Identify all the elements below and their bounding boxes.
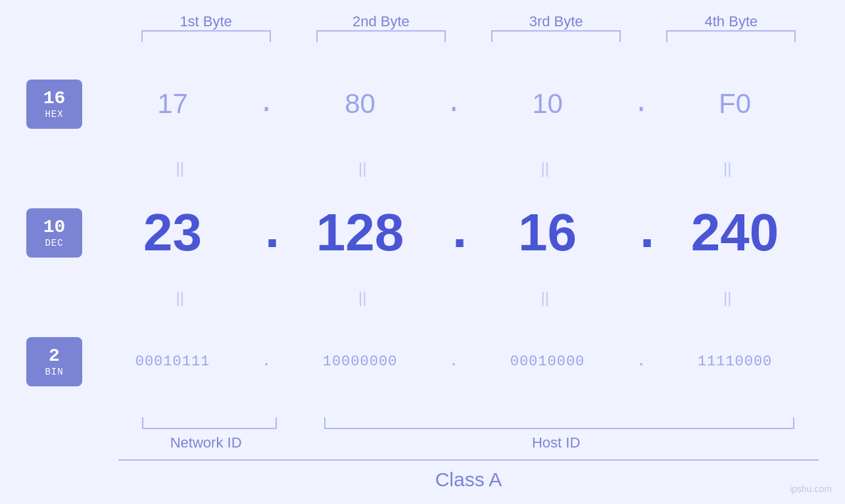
top-bracket-4 [666, 30, 796, 42]
bracket-cell-3 [469, 30, 644, 42]
bin-dot-3: . [631, 354, 651, 370]
dec-val-2: 128 [316, 203, 404, 262]
dec-badge: 10 DEC [26, 208, 82, 258]
dec-values: 23 . 128 . 16 . 240 [89, 202, 819, 263]
bin-values: 00010111 . 10000000 . 00010000 . 1111000… [89, 354, 819, 370]
top-bracket-2 [316, 30, 446, 42]
bin-dot-1: . [256, 354, 276, 370]
top-bracket-3 [491, 30, 621, 42]
watermark: ipshu.com [790, 484, 832, 494]
dec-val-1: 23 [143, 203, 202, 262]
hex-val-3: 10 [532, 88, 563, 119]
eq2-1: || [89, 290, 272, 306]
equals-row-1: || || || || [26, 160, 819, 176]
hex-dot-3: . [631, 88, 651, 120]
bottom-brackets [26, 417, 819, 429]
byte-headers-row: 1st Byte 2nd Byte 3rd Byte 4th Byte [26, 13, 819, 30]
host-id-label: Host ID [293, 434, 819, 451]
bracket-bottom-cell-234 [300, 417, 819, 429]
byte3-header: 3rd Byte [469, 13, 644, 30]
hex-byte1: 17 [89, 88, 256, 120]
bin-byte2: 10000000 [276, 354, 444, 370]
top-bracket-1 [141, 30, 271, 42]
main-container: 1st Byte 2nd Byte 3rd Byte 4th Byte 16 H… [0, 0, 845, 504]
class-section: Class A [26, 459, 819, 491]
dec-dot-2: . [444, 203, 464, 263]
byte1-header: 1st Byte [118, 13, 293, 30]
dec-dot-1: . [256, 203, 276, 263]
hex-dot-1: . [256, 88, 276, 120]
bracket-cell-4 [644, 30, 819, 42]
bin-byte1: 00010111 [89, 354, 256, 370]
network-host-labels-row: Network ID Host ID [26, 434, 819, 451]
hex-byte3: 10 [464, 88, 631, 120]
dec-byte1: 23 [89, 202, 256, 263]
hex-byte4: F0 [651, 88, 819, 120]
bin-badge: 2 BIN [26, 337, 82, 386]
eq2-3: || [454, 290, 637, 306]
hex-val-1: 17 [157, 88, 188, 119]
hex-val-4: F0 [719, 88, 751, 119]
dec-badge-label: DEC [45, 238, 63, 248]
hex-dot-2: . [444, 88, 464, 120]
bracket-cell-1 [118, 30, 293, 42]
hex-badge-label: HEX [45, 109, 63, 120]
byte4-header: 4th Byte [644, 13, 819, 30]
equals-row-2: || || || || [26, 290, 819, 306]
class-label: Class A [118, 469, 819, 491]
bin-val-4: 11110000 [698, 354, 773, 370]
bin-dot-2: . [444, 354, 464, 370]
hex-badge-number: 16 [43, 89, 66, 109]
bottom-bracket-1 [142, 417, 277, 429]
class-bracket-line [118, 459, 819, 461]
hex-val-2: 80 [345, 88, 375, 119]
hex-byte2: 80 [276, 88, 444, 120]
bin-byte4: 11110000 [651, 354, 819, 370]
network-id-label: Network ID [118, 434, 293, 451]
dec-byte2: 128 [276, 202, 444, 263]
eq1-3: || [454, 160, 637, 176]
bin-val-1: 00010111 [135, 354, 210, 370]
bin-byte3: 00010000 [464, 354, 631, 370]
dec-row: 10 DEC 23 . 128 . 16 . 240 [26, 177, 819, 288]
bottom-bracket-234 [324, 417, 794, 429]
top-brackets [26, 30, 819, 42]
eq1-1: || [89, 160, 272, 176]
dec-byte3: 16 [464, 202, 631, 263]
hex-values: 17 . 80 . 10 . F0 [89, 88, 819, 120]
bin-val-3: 00010000 [510, 354, 585, 370]
dec-byte4: 240 [651, 202, 819, 263]
bracket-bottom-cell-1 [118, 417, 300, 429]
eq1-4: || [637, 160, 819, 176]
bin-val-2: 10000000 [323, 354, 398, 370]
hex-row: 16 HEX 17 . 80 . 10 . F0 [26, 49, 819, 159]
byte2-header: 2nd Byte [293, 13, 468, 30]
eq1-2: || [272, 160, 454, 176]
dec-badge-number: 10 [43, 218, 66, 238]
bracket-cell-2 [293, 30, 468, 42]
dec-val-3: 16 [518, 203, 577, 262]
hex-badge: 16 HEX [26, 80, 82, 129]
eq2-4: || [637, 290, 819, 306]
eq2-2: || [272, 290, 454, 306]
dec-dot-3: . [631, 203, 651, 263]
dec-val-4: 240 [691, 203, 779, 262]
bin-badge-label: BIN [45, 367, 63, 377]
bin-row: 2 BIN 00010111 . 10000000 . 00010000 . 1… [26, 307, 819, 417]
bin-badge-number: 2 [49, 346, 60, 367]
